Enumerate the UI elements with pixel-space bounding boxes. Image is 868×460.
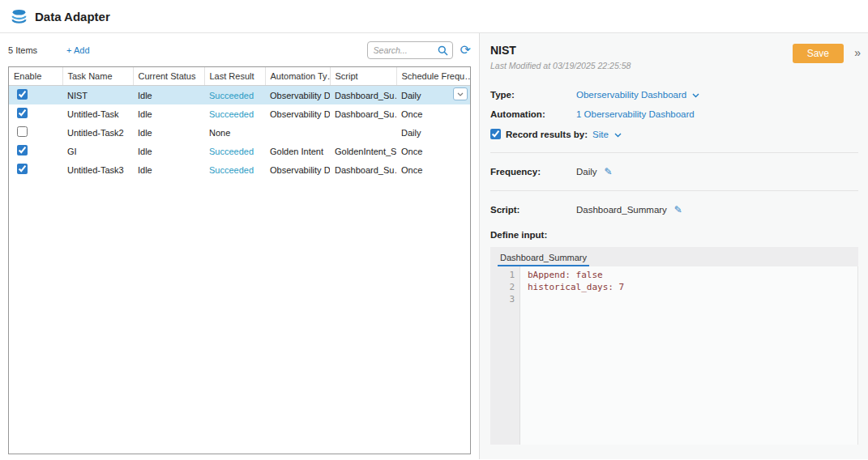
script-cell (330, 123, 396, 142)
record-results-label: Record results by: (506, 130, 588, 139)
list-toolbar: 5 Items + Add ⟳ (8, 40, 471, 60)
edit-script-icon[interactable]: ✎ (674, 204, 682, 215)
task-detail-panel: NIST Last Modified at 03/19/2025 22:25:5… (480, 33, 868, 459)
chevron-down-icon (692, 90, 699, 100)
automation-type-cell: Observability D… (265, 86, 330, 105)
task-name-cell: Untitled-Task (62, 104, 133, 123)
enable-cell (9, 86, 62, 105)
schedule-frequency-cell: Once (396, 142, 470, 160)
divider (490, 190, 858, 191)
add-task-button[interactable]: + Add (66, 45, 89, 55)
refresh-icon[interactable]: ⟳ (460, 44, 471, 57)
task-name-cell: Untitled-Task2 (62, 123, 133, 142)
current-status-cell: Idle (133, 86, 204, 105)
enable-checkbox[interactable] (17, 145, 28, 155)
items-count: 5 Items (8, 45, 37, 55)
script-field-row: Script: Dashboard_Summary ✎ (490, 204, 858, 215)
last-result-cell: Succeeded (204, 104, 265, 123)
task-table-container: Enable Task Name Current Status Last Res… (8, 66, 471, 454)
automation-type-cell: Golden Intent (265, 142, 330, 160)
type-field-row: Type: Oberservability Dashboard (490, 90, 858, 100)
page-title: Data Adapter (35, 10, 110, 23)
column-header-task-name: Task Name (62, 67, 133, 86)
script-cell: Dashboard_Su… (330, 86, 396, 105)
task-list-panel: 5 Items + Add ⟳ (0, 33, 480, 459)
code-line: bAppend: false (528, 269, 857, 281)
type-value-dropdown[interactable]: Oberservability Dashboard (576, 90, 699, 100)
last-result-cell: Succeeded (204, 160, 265, 179)
column-header-current-status: Current Status (133, 67, 204, 86)
editor-code-area[interactable]: bAppend: false historical_days: 7 (520, 266, 858, 445)
app-header: Data Adapter (0, 0, 868, 33)
enable-cell (9, 160, 62, 179)
last-result-cell: Succeeded (204, 142, 265, 160)
last-result-cell: None (204, 123, 265, 142)
enable-cell (9, 123, 62, 142)
current-status-cell: Idle (133, 104, 204, 123)
edit-frequency-icon[interactable]: ✎ (605, 166, 613, 177)
enable-checkbox[interactable] (17, 89, 28, 100)
current-status-cell: Idle (133, 160, 204, 179)
frequency-field-row: Frequency: Daily ✎ (490, 166, 858, 177)
table-row-nist[interactable]: NIST Idle Succeeded Observability D… Das… (9, 86, 470, 105)
enable-cell (9, 104, 62, 123)
current-status-cell: Idle (133, 123, 204, 142)
schedule-frequency-cell: Daily (396, 123, 470, 142)
code-editor: 1 2 3 bAppend: false historical_days: 7 (490, 266, 858, 445)
script-label: Script: (490, 205, 576, 215)
collapse-panel-icon[interactable]: » (854, 46, 861, 59)
automation-field-row: Automation: 1 Oberservability Dashboard (490, 109, 858, 119)
script-cell: Dashboard_Su… (330, 160, 396, 179)
define-input-label: Define input: (490, 230, 858, 240)
task-name-cell: Untitled-Task3 (62, 160, 133, 179)
script-value: Dashboard_Summary (576, 205, 667, 215)
record-results-row: Record results by: Site (490, 129, 858, 139)
column-header-enable: Enable (9, 67, 62, 86)
column-header-script: Script (330, 67, 396, 86)
column-header-last-result: Last Result (204, 67, 265, 86)
record-results-value-dropdown[interactable]: Site (592, 130, 622, 139)
schedule-frequency-cell: Once (396, 104, 470, 123)
frequency-value: Daily (576, 167, 597, 177)
current-status-cell: Idle (133, 142, 204, 160)
divider (490, 152, 858, 153)
schedule-frequency-cell: Once (396, 160, 470, 179)
editor-line-numbers: 1 2 3 (490, 266, 520, 445)
input-editor-container: Dashboard_Summary 1 2 3 bAppend: false h… (490, 247, 858, 445)
automation-type-cell: Observability D… (265, 104, 330, 123)
task-table: Enable Task Name Current Status Last Res… (9, 67, 470, 179)
row-dropdown-chevron-icon[interactable] (453, 87, 468, 100)
table-row-gi[interactable]: GI Idle Succeeded Golden Intent GoldenIn… (9, 142, 470, 160)
code-line: historical_days: 7 (528, 281, 857, 293)
column-header-schedule-frequency: Schedule Frequ… (396, 67, 470, 86)
task-name-cell: NIST (62, 86, 133, 105)
automation-type-cell (265, 123, 330, 142)
enable-checkbox[interactable] (17, 164, 28, 174)
search-icon[interactable] (438, 45, 448, 56)
code-line (528, 293, 857, 305)
editor-tab-row: Dashboard_Summary (490, 247, 858, 266)
search-input[interactable] (372, 45, 438, 56)
data-adapter-logo-icon (11, 8, 28, 25)
type-label: Type: (490, 90, 576, 100)
script-cell: GoldenIntent_S… (330, 142, 396, 160)
enable-checkbox[interactable] (17, 126, 28, 137)
table-row-untitled-task2[interactable]: Untitled-Task2 Idle None Daily (9, 123, 470, 142)
enable-cell (9, 142, 62, 160)
save-button[interactable]: Save (793, 44, 844, 63)
tab-dashboard-summary[interactable]: Dashboard_Summary (498, 249, 589, 266)
task-name-cell: GI (62, 142, 133, 160)
script-cell: Dashboard_Su… (330, 104, 396, 123)
last-result-cell: Succeeded (204, 86, 265, 105)
automation-type-cell: Observability D… (265, 160, 330, 179)
enable-checkbox[interactable] (17, 108, 28, 118)
column-header-automation-type: Automation Ty… (265, 67, 330, 86)
frequency-label: Frequency: (490, 167, 576, 177)
table-row-untitled-task[interactable]: Untitled-Task Idle Succeeded Observabili… (9, 104, 470, 123)
automation-value-link[interactable]: 1 Oberservability Dashboard (576, 109, 695, 119)
chevron-down-icon (614, 130, 622, 139)
automation-label: Automation: (490, 109, 576, 119)
table-header-row: Enable Task Name Current Status Last Res… (9, 67, 470, 86)
table-row-untitled-task3[interactable]: Untitled-Task3 Idle Succeeded Observabil… (9, 160, 470, 179)
record-results-checkbox[interactable] (490, 129, 501, 139)
